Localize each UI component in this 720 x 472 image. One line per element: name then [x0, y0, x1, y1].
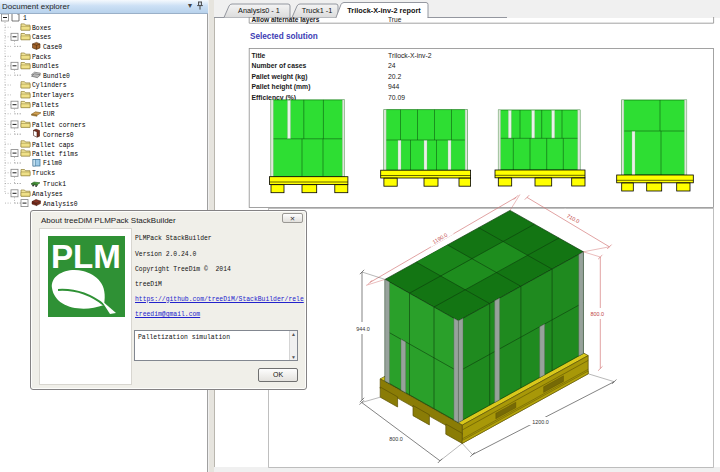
svg-text:Cylinders: Cylinders	[32, 82, 67, 89]
svg-text:PLM: PLM	[51, 238, 121, 275]
svg-text:Bundle0: Bundle0	[43, 73, 70, 80]
svg-text:Packs: Packs	[32, 54, 51, 61]
svg-text:Bundles: Bundles	[32, 63, 59, 70]
svg-text:Corners0: Corners0	[43, 132, 74, 139]
svg-text:Pallet caps: Pallet caps	[32, 142, 74, 149]
svg-text:20.2: 20.2	[388, 73, 401, 80]
svg-text:Pallets: Pallets	[32, 102, 59, 109]
svg-text:Pallet weight (kg): Pallet weight (kg)	[252, 73, 308, 81]
svg-text:Selected solution: Selected solution	[250, 32, 318, 41]
svg-text:Boxes: Boxes	[32, 25, 51, 32]
svg-text:Case0: Case0	[43, 44, 62, 51]
svg-text:Allow alternate layers: Allow alternate layers	[252, 16, 320, 24]
svg-text:70.09: 70.09	[388, 94, 405, 101]
svg-text:1: 1	[23, 15, 27, 22]
svg-text:Film0: Film0	[43, 160, 62, 167]
svg-text:800.0: 800.0	[591, 311, 605, 317]
svg-text:Analyses: Analyses	[32, 191, 63, 198]
svg-text:Trilock-X-inv-2: Trilock-X-inv-2	[388, 52, 432, 59]
svg-text:944.0: 944.0	[356, 326, 370, 332]
svg-text:Pallet height (mm): Pallet height (mm)	[252, 83, 311, 91]
svg-text:Trucks: Trucks	[32, 170, 55, 177]
svg-text:True: True	[388, 16, 402, 23]
svg-text:24: 24	[388, 62, 396, 69]
svg-text:944: 944	[388, 83, 400, 90]
svg-text:1200.0: 1200.0	[532, 419, 549, 425]
svg-text:EUR: EUR	[43, 111, 55, 118]
svg-text:Number of cases: Number of cases	[252, 62, 307, 69]
svg-text:Truck1: Truck1	[43, 181, 66, 188]
svg-text:Title: Title	[252, 52, 266, 59]
svg-text:Pallet films: Pallet films	[32, 151, 78, 158]
svg-text:Analysis0: Analysis0	[43, 201, 78, 208]
svg-text:800.0: 800.0	[389, 436, 403, 442]
svg-text:Cases: Cases	[32, 34, 51, 41]
svg-text:Interlayers: Interlayers	[32, 92, 74, 99]
svg-text:Pallet corners: Pallet corners	[32, 122, 86, 129]
